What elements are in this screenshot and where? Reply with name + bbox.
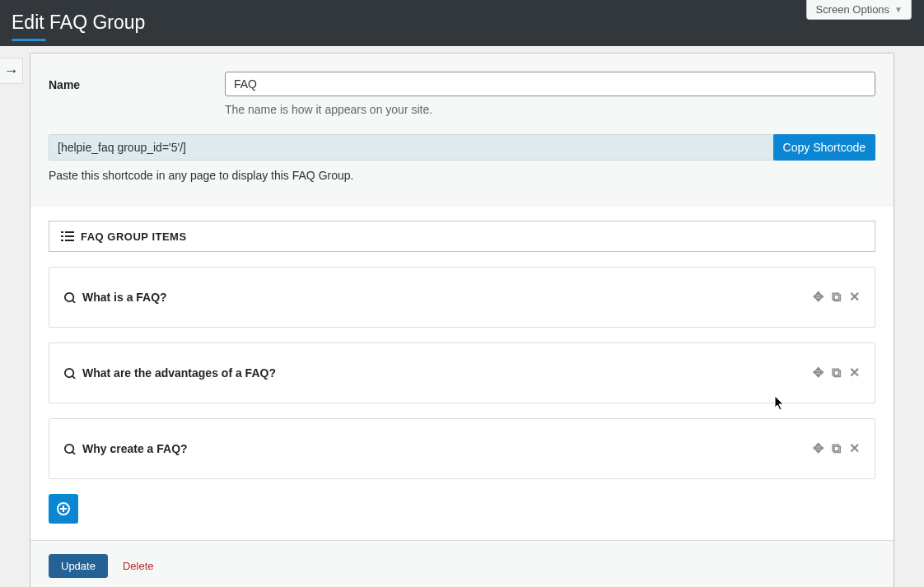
question-icon (64, 291, 76, 303)
screen-options-button[interactable]: Screen Options ▼ (806, 0, 912, 20)
admin-top-bar: Screen Options ▼ Edit FAQ Group (0, 0, 924, 46)
svg-rect-4 (61, 240, 63, 241)
group-items-header: FAQ GROUP ITEMS (49, 221, 875, 252)
svg-rect-2 (61, 235, 63, 237)
faq-item[interactable]: What are the advantages of a FAQ? ✥ ⧉ ✕ (49, 342, 875, 403)
shortcode-section: [helpie_faq group_id='5'/] Copy Shortcod… (49, 134, 875, 182)
item-actions: ✥ ⧉ ✕ (813, 366, 860, 380)
meta-settings: Name The name is how it appears on your … (30, 54, 894, 206)
publish-bar: Update Delete (30, 540, 894, 587)
update-button[interactable]: Update (49, 554, 108, 578)
svg-line-7 (72, 300, 76, 304)
move-icon[interactable]: ✥ (813, 291, 824, 304)
title-underline (12, 39, 46, 41)
edit-faq-metabox: Name The name is how it appears on your … (30, 53, 894, 587)
shortcode-hint-text: Paste this shortcode in any page to disp… (49, 169, 875, 182)
shortcode-bar: [helpie_faq group_id='5'/] Copy Shortcod… (49, 134, 875, 161)
svg-line-11 (72, 452, 76, 455)
close-icon[interactable]: ✕ (849, 366, 860, 380)
name-field-label: Name (49, 72, 205, 91)
chevron-down-icon: ▼ (894, 5, 903, 14)
delete-link[interactable]: Delete (123, 560, 154, 572)
name-input[interactable] (225, 72, 875, 96)
group-items-header-label: FAQ GROUP ITEMS (81, 231, 187, 243)
move-icon[interactable]: ✥ (813, 366, 824, 380)
svg-line-9 (72, 376, 76, 380)
plus-icon (57, 502, 70, 515)
item-actions: ✥ ⧉ ✕ (813, 291, 860, 304)
question-icon (64, 367, 76, 379)
name-row: Name The name is how it appears on your … (49, 72, 875, 116)
copy-icon[interactable]: ⧉ (832, 291, 841, 304)
question-icon (64, 443, 76, 454)
page-title: Edit FAQ Group (0, 0, 924, 34)
screen-options-label: Screen Options (815, 3, 889, 16)
svg-rect-1 (65, 231, 74, 233)
svg-rect-0 (61, 231, 63, 233)
copy-icon[interactable]: ⧉ (832, 442, 841, 455)
sidebar-expand-button[interactable]: → (0, 58, 23, 84)
shortcode-text: [helpie_faq group_id='5'/] (58, 141, 773, 154)
main-content: Name The name is how it appears on your … (0, 53, 924, 587)
close-icon[interactable]: ✕ (849, 442, 860, 455)
copy-icon[interactable]: ⧉ (832, 366, 841, 380)
svg-rect-5 (65, 240, 74, 241)
faq-item-title: What are the advantages of a FAQ? (82, 366, 813, 380)
arrow-right-icon: → (4, 63, 19, 80)
list-icon (61, 230, 74, 243)
faq-item[interactable]: Why create a FAQ? ✥ ⧉ ✕ (49, 418, 875, 479)
name-hint-text: The name is how it appears on your site. (225, 103, 875, 116)
group-items-section: FAQ GROUP ITEMS What is a FAQ? ✥ ⧉ ✕ (30, 206, 894, 540)
faq-item-title: What is a FAQ? (82, 291, 813, 304)
faq-item[interactable]: What is a FAQ? ✥ ⧉ ✕ (49, 267, 875, 328)
copy-shortcode-button[interactable]: Copy Shortcode (773, 134, 875, 161)
close-icon[interactable]: ✕ (849, 291, 860, 304)
add-faq-button[interactable] (49, 494, 78, 524)
move-icon[interactable]: ✥ (813, 442, 824, 455)
faq-item-title: Why create a FAQ? (82, 442, 813, 455)
item-actions: ✥ ⧉ ✕ (813, 442, 860, 455)
svg-rect-3 (65, 235, 74, 237)
